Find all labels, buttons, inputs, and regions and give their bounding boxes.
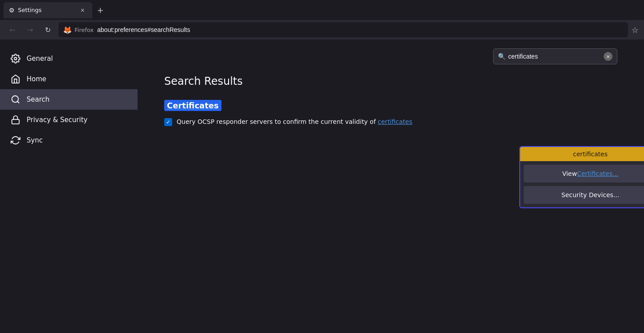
certificates-popup: certificates View Certificates... Securi… [519,146,644,208]
certificates-section: Certificates Query OCSP responder server… [164,101,617,127]
privacy-label: Privacy & Security [27,116,87,124]
sidebar-item-search[interactable]: Search [0,89,138,110]
preferences-search-bar[interactable]: 🔍 × [493,48,617,64]
security-devices-button[interactable]: Security Devices... [524,186,644,204]
reload-button[interactable]: ↻ [41,23,55,37]
preferences-search-input[interactable] [508,53,601,60]
home-icon [11,74,20,84]
pref-search-icon: 🔍 [498,53,506,60]
settings-tab[interactable]: ⚙ Settings × [4,2,92,18]
browser-chrome: ⚙ Settings × + ← → ↻ 🦊 Firefox ☆ [0,0,644,40]
home-label: Home [27,75,46,83]
gear-icon [11,54,20,63]
sidebar-item-sync[interactable]: Sync [0,130,138,151]
general-label: General [27,55,53,63]
ocsp-description: Query OCSP responder servers to confirm … [177,118,376,125]
back-button[interactable]: ← [5,23,20,37]
preferences-search-clear-button[interactable]: × [604,52,612,61]
certificates-highlight: Certificates [164,100,221,111]
search-icon [11,95,20,104]
svg-rect-3 [12,119,20,124]
new-tab-button[interactable]: + [94,4,107,16]
ocsp-row: Query OCSP responder servers to confirm … [164,117,617,127]
svg-point-0 [14,57,17,60]
sync-icon [11,135,20,145]
settings-tab-icon: ⚙ [9,7,15,14]
svg-line-2 [17,101,19,103]
cert-popup-highlight-text: certificates [520,147,644,161]
search-results-title: Search Results [164,75,617,87]
firefox-logo: 🦊 [63,26,72,34]
tab-close-button[interactable]: × [78,6,87,15]
sidebar: General Home Search [0,40,138,333]
view-certificates-button[interactable]: View Certificates... [524,165,644,182]
search-label: Search [27,95,50,103]
forward-button[interactable]: → [23,23,37,37]
settings-tab-title: Settings [18,7,75,13]
sidebar-item-general[interactable]: General [0,48,138,69]
address-bar-container[interactable]: 🦊 Firefox [59,22,628,37]
address-input[interactable] [97,26,624,33]
ocsp-checkbox[interactable] [164,118,172,126]
sync-label: Sync [27,136,43,144]
main-area: General Home Search [0,40,644,333]
ocsp-link[interactable]: certificates [378,118,412,125]
lock-icon [11,115,20,125]
sidebar-item-home[interactable]: Home [0,69,138,89]
ocsp-text: Query OCSP responder servers to confirm … [177,117,412,127]
firefox-label: Firefox [75,27,94,33]
tab-bar: ⚙ Settings × + [0,0,644,20]
certificates-heading[interactable]: Certificates [164,101,617,110]
view-certificates-link[interactable]: Certificates... [577,170,618,177]
nav-bar: ← → ↻ 🦊 Firefox ☆ [0,20,644,40]
view-prefix: View [562,170,577,177]
bookmark-star-button[interactable]: ☆ [632,25,639,35]
content-area: 🔍 × Search Results Certificates Query OC… [138,40,644,333]
svg-point-1 [12,96,19,103]
sidebar-item-privacy[interactable]: Privacy & Security [0,110,138,130]
